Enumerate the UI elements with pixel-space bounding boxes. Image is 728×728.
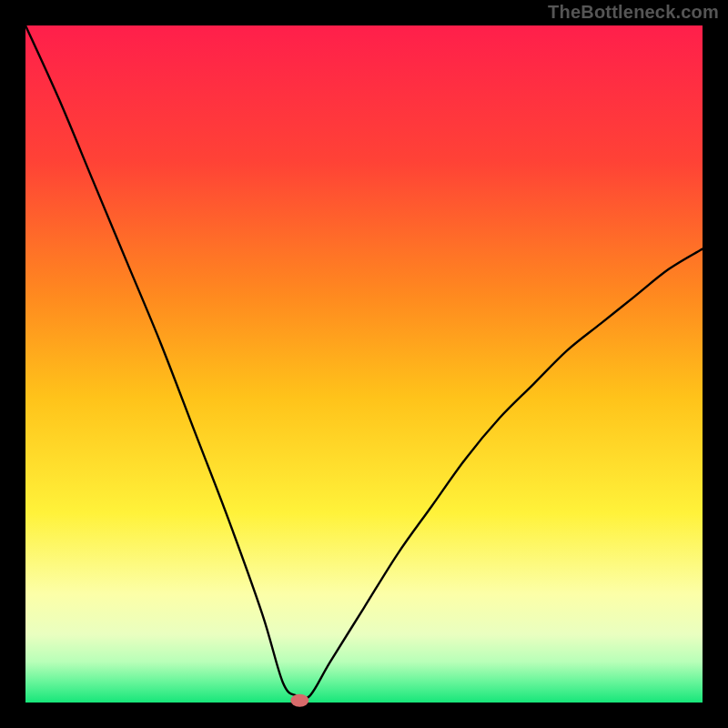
bottleneck-chart <box>0 0 728 728</box>
watermark-text: TheBottleneck.com <box>548 2 719 23</box>
chart-frame: TheBottleneck.com <box>0 0 728 728</box>
plot-background <box>25 25 703 703</box>
bottleneck-marker <box>290 694 308 707</box>
